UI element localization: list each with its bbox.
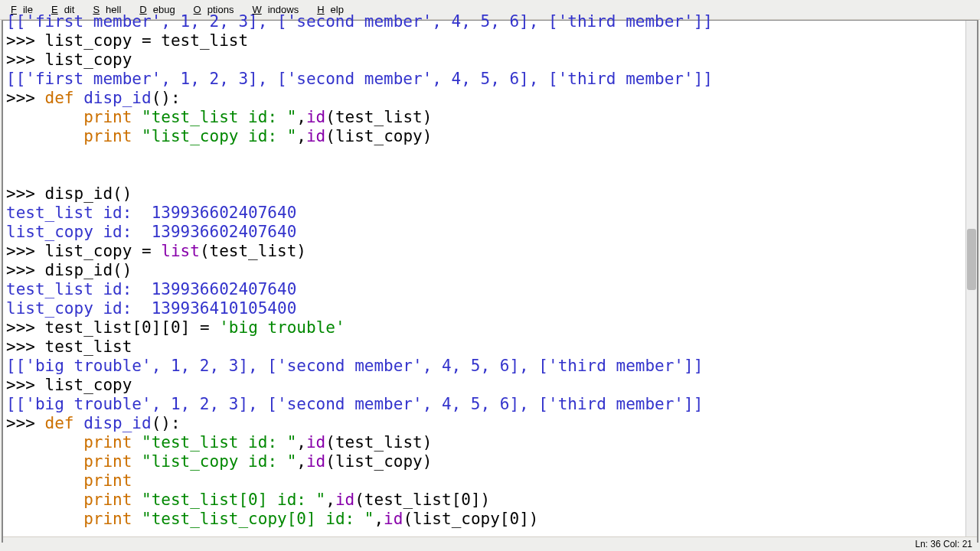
status-line: Ln: 36 [915,539,940,549]
scrollbar-thumb[interactable] [967,229,976,290]
vertical-scrollbar[interactable] [965,21,977,541]
status-column: Col: 21 [943,539,972,549]
status-bar: Ln: 36 Col: 21 [3,536,977,551]
shell-text-area[interactable]: [['first member', 1, 2, 3], ['second mem… [3,11,966,541]
editor-frame: [['first member', 1, 2, 3], ['second mem… [2,20,978,543]
